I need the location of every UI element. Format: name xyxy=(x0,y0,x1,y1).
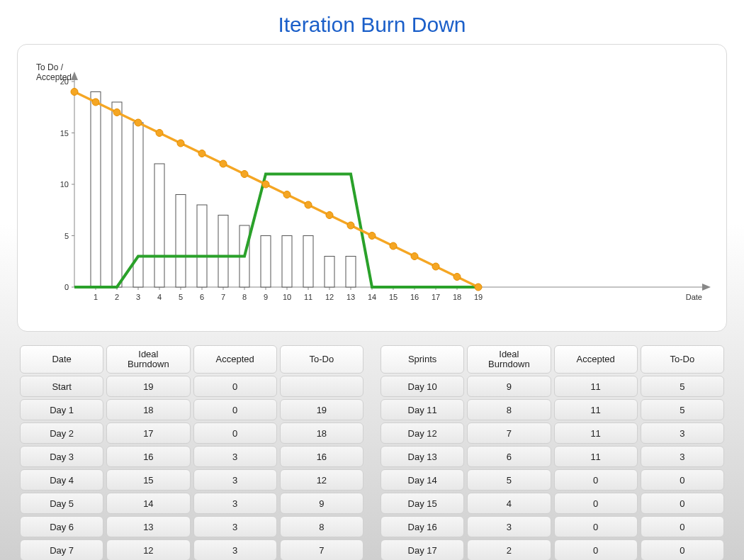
left-cell: 0 xyxy=(193,376,277,397)
x-axis-label: Date xyxy=(686,293,702,301)
y-tick-label: 5 xyxy=(64,232,69,240)
left-cell: 3 xyxy=(193,493,277,514)
left-cell: 16 xyxy=(106,446,190,467)
data-table-left: DateIdealBurndownAcceptedTo-DoStart190Da… xyxy=(17,343,366,560)
left-cell: Day 4 xyxy=(20,469,103,491)
ideal-marker xyxy=(71,89,78,96)
left-cell: Day 1 xyxy=(20,399,103,420)
y-tick-label: 20 xyxy=(60,77,69,86)
left-cell: 0 xyxy=(193,422,277,444)
x-tick-label: 18 xyxy=(453,293,461,301)
x-tick-label: 5 xyxy=(179,293,183,301)
left-cell: 13 xyxy=(106,516,190,537)
chart-svg: To Do /Accepted05101520Date1234567891011… xyxy=(23,50,728,320)
x-tick-label: 11 xyxy=(304,293,312,301)
right-cell: 9 xyxy=(467,376,551,397)
x-tick-label: 7 xyxy=(221,293,225,301)
y-tick-label: 10 xyxy=(60,180,69,189)
table-row: Day 15400 xyxy=(381,493,724,514)
right-cell: 8 xyxy=(467,399,551,420)
todo-bar xyxy=(176,195,186,288)
table-row: Day 118115 xyxy=(381,399,724,420)
todo-bar xyxy=(325,257,334,288)
right-cell: 3 xyxy=(467,516,551,537)
right-cell: 0 xyxy=(641,493,724,514)
right-cell: Day 12 xyxy=(381,422,464,444)
left-cell: 17 xyxy=(106,422,190,444)
x-tick-label: 8 xyxy=(242,293,247,301)
left-cell: 18 xyxy=(106,399,190,420)
right-cell: 11 xyxy=(554,422,638,444)
left-cell: 16 xyxy=(280,446,363,467)
data-tables: DateIdealBurndownAcceptedTo-DoStart190Da… xyxy=(17,343,727,560)
left-header-1: IdealBurndown xyxy=(106,345,190,374)
x-tick-label: 4 xyxy=(157,293,162,301)
ideal-marker xyxy=(432,263,439,270)
right-cell: Day 16 xyxy=(381,516,464,537)
left-cell: Day 7 xyxy=(20,539,103,560)
ideal-marker xyxy=(220,160,227,167)
left-cell: 8 xyxy=(280,516,363,537)
right-cell: Day 10 xyxy=(381,376,464,397)
ideal-marker xyxy=(241,171,248,178)
ideal-marker xyxy=(113,109,120,116)
left-cell: 9 xyxy=(280,493,363,514)
right-cell: 5 xyxy=(641,376,724,397)
table-row: Day 217018 xyxy=(20,422,363,444)
left-cell: 3 xyxy=(193,446,277,467)
todo-bar xyxy=(218,215,228,288)
right-cell: 0 xyxy=(554,516,638,537)
right-cell: 0 xyxy=(641,539,724,560)
x-tick-label: 9 xyxy=(264,293,268,301)
right-cell: 11 xyxy=(554,399,638,420)
todo-bar xyxy=(197,205,207,287)
ideal-marker xyxy=(262,181,269,188)
table-row: Day 51439 xyxy=(20,493,363,514)
table-row: Day 127113 xyxy=(381,422,724,444)
table-row: Day 316316 xyxy=(20,446,363,467)
right-cell: 0 xyxy=(641,469,724,491)
todo-bar xyxy=(282,236,292,288)
left-cell: 3 xyxy=(193,516,277,537)
right-cell: Day 15 xyxy=(381,493,464,514)
x-tick-label: 10 xyxy=(283,293,291,301)
left-cell: 18 xyxy=(280,422,363,444)
right-cell: 5 xyxy=(467,469,551,491)
ideal-marker xyxy=(326,212,333,219)
table-row: Day 118019 xyxy=(20,399,363,420)
left-cell: Day 5 xyxy=(20,493,103,514)
right-cell: 11 xyxy=(554,376,638,397)
ideal-marker xyxy=(177,140,184,147)
ideal-marker xyxy=(156,130,163,137)
left-cell: 14 xyxy=(106,493,190,514)
left-cell: 3 xyxy=(193,469,277,491)
y-tick-label: 0 xyxy=(64,283,69,291)
table-row: Day 415312 xyxy=(20,469,363,491)
left-cell: 3 xyxy=(193,539,277,560)
x-tick-label: 15 xyxy=(389,293,398,301)
left-cell: 19 xyxy=(106,376,190,397)
left-cell: 12 xyxy=(106,539,190,560)
table-row: Day 14500 xyxy=(381,469,724,491)
x-tick-label: 16 xyxy=(410,293,419,301)
right-cell: 0 xyxy=(641,516,724,537)
x-tick-label: 12 xyxy=(325,293,334,301)
right-cell: Day 14 xyxy=(381,469,464,491)
table-row: Start190 xyxy=(20,376,363,397)
right-cell: Day 13 xyxy=(381,446,464,467)
x-tick-label: 3 xyxy=(136,293,140,301)
left-cell: 7 xyxy=(280,539,363,560)
table-row: Day 136113 xyxy=(381,446,724,467)
right-cell: 7 xyxy=(467,422,551,444)
left-cell: 15 xyxy=(106,469,190,491)
x-tick-label: 17 xyxy=(432,293,440,301)
ideal-marker xyxy=(368,233,376,240)
x-tick-label: 19 xyxy=(474,293,483,301)
left-cell: 12 xyxy=(280,469,363,491)
left-cell: Day 6 xyxy=(20,516,103,537)
right-cell: 3 xyxy=(641,422,724,444)
table-row: Day 17200 xyxy=(381,539,724,560)
left-cell xyxy=(280,376,363,397)
y-axis-arrow xyxy=(71,72,78,80)
ideal-marker xyxy=(135,119,142,126)
